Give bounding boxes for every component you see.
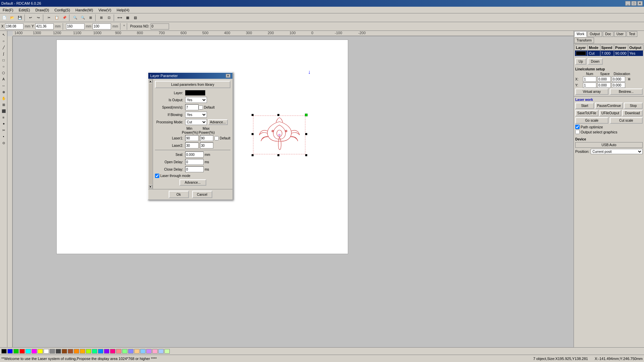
open-delay-input[interactable] — [185, 159, 204, 165]
color-orange[interactable] — [74, 349, 79, 354]
tab-work[interactable]: Work — [574, 31, 587, 37]
dialog-close-btn[interactable]: ✕ — [226, 74, 230, 78]
lcs-x-disloc-input[interactable] — [612, 76, 625, 82]
color-black[interactable] — [1, 349, 7, 354]
menu-help[interactable]: Help(H) — [114, 7, 132, 13]
handle-ml[interactable] — [252, 133, 254, 135]
laser1-default-check[interactable] — [214, 136, 219, 140]
tab-user[interactable]: User — [614, 31, 626, 37]
pause-continue-btn[interactable]: Pause/Continue — [595, 103, 623, 109]
redo-btn[interactable]: ↪ — [35, 14, 42, 21]
dialog-ok-btn[interactable]: Ok — [169, 191, 189, 198]
down-button[interactable]: Down — [588, 58, 603, 65]
color-sienna[interactable] — [68, 349, 73, 354]
pan-tool[interactable]: ✋ — [1, 95, 7, 101]
laser2-max-input[interactable] — [200, 142, 213, 148]
lcs-x-num-input[interactable] — [583, 76, 596, 82]
color-magenta[interactable] — [32, 349, 37, 354]
new-btn[interactable]: 📄 — [1, 14, 8, 21]
minimize-btn[interactable]: _ — [625, 1, 631, 6]
color-gray[interactable] — [50, 349, 55, 354]
close-btn[interactable]: ✕ — [637, 1, 643, 6]
undo-btn[interactable]: ↩ — [27, 14, 34, 21]
handle-bc[interactable] — [277, 154, 279, 156]
snap-btn[interactable]: ⊡ — [105, 14, 113, 21]
lcs-x-space-input[interactable] — [597, 76, 611, 82]
color-purple[interactable] — [104, 349, 109, 354]
color-green[interactable] — [13, 349, 19, 354]
color-springgreen[interactable] — [92, 349, 97, 354]
tab-transform[interactable]: Transform — [574, 38, 594, 43]
laser2-min-input[interactable] — [185, 142, 199, 148]
laser1-min-input[interactable] — [185, 135, 199, 141]
bestrew-btn[interactable]: Bestrew... — [610, 88, 643, 95]
download-btn[interactable]: Download — [622, 110, 643, 116]
color-brown[interactable] — [62, 349, 67, 354]
cut-scale-btn[interactable]: Cut scale — [610, 117, 643, 124]
save-btn[interactable]: 💾 — [16, 14, 23, 21]
path-optimize-check[interactable] — [575, 125, 580, 129]
color-amber[interactable] — [80, 349, 85, 354]
scroll-down-btn[interactable]: ▼ — [149, 185, 152, 188]
color-dodgerblue[interactable] — [98, 349, 103, 354]
select-tool[interactable]: ↖ — [1, 32, 7, 38]
circle-tool[interactable]: ○ — [1, 63, 7, 69]
cut-path-tool[interactable]: ✂ — [1, 127, 7, 133]
dialog-cancel-btn[interactable]: Cancel — [192, 191, 212, 198]
load-params-btn[interactable]: Load parameters from library — [155, 81, 230, 88]
color-cyan[interactable] — [25, 349, 31, 354]
handle-bl[interactable] — [252, 154, 254, 156]
point-tool[interactable]: • — [1, 133, 7, 139]
position-select[interactable]: Current posit — [591, 149, 643, 154]
color-blue[interactable] — [7, 349, 13, 354]
polygon-tool[interactable]: ⬡ — [1, 70, 7, 76]
text-tool[interactable]: A — [1, 76, 7, 82]
lcs-grid-btn[interactable]: ⊞ — [626, 76, 632, 82]
rect-tool[interactable]: □ — [1, 57, 7, 63]
handle-mr[interactable] — [305, 133, 307, 135]
color-darkgray[interactable] — [56, 349, 61, 354]
processing-mode-select[interactable]: Cut Engrave — [185, 119, 207, 125]
color-honeydew[interactable] — [164, 349, 170, 354]
tab-output[interactable]: Output — [587, 31, 602, 37]
color-yellow[interactable] — [38, 349, 43, 354]
scroll-up-btn[interactable]: ▲ — [149, 79, 152, 83]
save-to-ufile-btn[interactable]: SaveToUFile — [575, 110, 598, 116]
measure-tool[interactable]: ↔ — [1, 82, 7, 88]
lcs-y-num-input[interactable] — [583, 82, 596, 88]
pick-tool[interactable]: ⊙ — [1, 140, 7, 146]
open-btn[interactable]: 📂 — [8, 14, 16, 21]
align-btn[interactable]: ⟺ — [116, 14, 123, 21]
color-hotpink[interactable] — [110, 349, 115, 354]
speed-input[interactable] — [185, 104, 199, 110]
group-btn[interactable]: ▦ — [124, 14, 131, 21]
color-lavender[interactable] — [146, 349, 152, 354]
handle-tc[interactable] — [277, 114, 279, 116]
zoom-in-btn[interactable]: 🔍 — [71, 14, 79, 21]
seal-input[interactable] — [185, 152, 204, 158]
canvas-workspace[interactable]: ↓ — [13, 36, 574, 347]
laser-through-check[interactable] — [155, 174, 159, 178]
color-peach[interactable] — [134, 349, 140, 354]
paste-btn[interactable]: 📌 — [61, 14, 68, 21]
origin-tool[interactable]: ⊞ — [1, 102, 7, 108]
color-pink[interactable] — [152, 349, 158, 354]
start-btn[interactable]: Start — [575, 103, 594, 109]
virtual-array-btn[interactable]: Virtual array — [575, 88, 608, 95]
zoom-fit-btn[interactable]: ⊞ — [87, 14, 94, 21]
y-coord-input[interactable] — [35, 23, 54, 29]
menu-config[interactable]: Config(S) — [52, 7, 72, 13]
if-blowing-select[interactable]: Yes No — [185, 112, 207, 118]
color-lightblue[interactable] — [140, 349, 146, 354]
stop-btn[interactable]: Stop — [624, 103, 643, 109]
width-input[interactable] — [66, 23, 85, 29]
scan-tool[interactable]: ≡ — [1, 114, 7, 120]
u-file-output-btn[interactable]: UFileOutput — [599, 110, 621, 116]
up-button[interactable]: Up — [575, 58, 586, 65]
is-output-select[interactable]: Yes No — [185, 97, 207, 103]
menu-draw[interactable]: Draw(D) — [33, 7, 52, 13]
color-cornflower[interactable] — [128, 349, 133, 354]
maximize-btn[interactable]: □ — [631, 1, 637, 6]
menu-edit[interactable]: Edit(E) — [16, 7, 33, 13]
color-lightgreen[interactable] — [122, 349, 127, 354]
